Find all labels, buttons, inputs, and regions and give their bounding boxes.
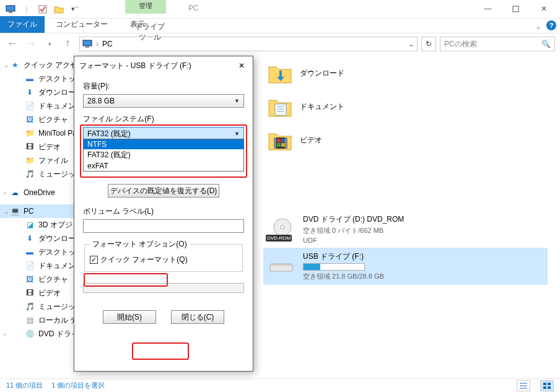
- status-bar: 11 個の項目 1 個の項目を選択: [0, 378, 560, 392]
- status-selection: 1 個の項目を選択: [51, 381, 105, 390]
- refresh-button[interactable]: ↻: [421, 37, 436, 51]
- svg-rect-0: [6, 6, 15, 11]
- svg-rect-27: [548, 386, 551, 389]
- capacity-label: 容量(P):: [83, 81, 244, 92]
- file-tab[interactable]: ファイル: [0, 16, 45, 33]
- folder-qat-icon[interactable]: [52, 2, 66, 16]
- usb-drive-icon: [267, 255, 295, 277]
- svg-rect-1: [9, 12, 12, 13]
- dialog-close-button[interactable]: ✕: [233, 59, 250, 72]
- svg-rect-4: [83, 40, 92, 46]
- ribbon-expand-icon[interactable]: ⌄: [535, 22, 541, 31]
- folder-label: ドキュメント: [300, 102, 344, 112]
- up-button[interactable]: 🡑: [61, 37, 76, 51]
- back-button[interactable]: 🡐: [5, 37, 20, 51]
- volume-label: ボリューム ラベル(L): [83, 206, 244, 217]
- svg-rect-6: [275, 104, 286, 115]
- dialog-title: フォーマット - USB ドライブ (F:): [79, 61, 191, 71]
- svg-point-18: [281, 225, 284, 229]
- drive-name: DVD ドライブ (D:) DVD_ROM: [303, 214, 404, 225]
- progress-bar: [83, 283, 244, 293]
- svg-rect-5: [85, 46, 89, 48]
- drive-free: 空き領域 0 バイト/662 MB: [303, 226, 404, 235]
- quick-format-checkbox[interactable]: ✓ クイック フォーマット(Q): [90, 255, 237, 265]
- folder-documents[interactable]: ドキュメント: [268, 95, 344, 118]
- pc-icon: [82, 40, 92, 48]
- qat-dropdown-icon[interactable]: ▾—: [68, 2, 82, 16]
- svg-rect-26: [543, 386, 546, 389]
- checkbox-icon: ✓: [90, 256, 98, 264]
- status-item-count: 11 個の項目: [6, 381, 43, 390]
- details-view-button[interactable]: [517, 380, 530, 391]
- drive-section: DVD-ROM DVD ドライブ (D:) DVD_ROM 空き領域 0 バイト…: [263, 211, 548, 285]
- checkbox-icon[interactable]: [36, 2, 50, 16]
- maximize-button[interactable]: [502, 0, 530, 17]
- svg-rect-16: [281, 143, 285, 147]
- filesystem-option-ntfs[interactable]: NTFS: [84, 139, 243, 149]
- filesystem-option-fat32[interactable]: FAT32 (既定): [84, 149, 243, 161]
- address-bar[interactable]: › PC ⌄: [79, 37, 418, 51]
- format-dialog: フォーマット - USB ドライブ (F:) ✕ 容量(P): 28.8 GB▼…: [74, 56, 253, 372]
- downloads-icon: [268, 62, 292, 84]
- svg-rect-24: [543, 383, 546, 385]
- filesystem-label: ファイル システム(F): [83, 114, 244, 124]
- tab-computer[interactable]: コンピューター: [45, 16, 119, 33]
- format-options-group: フォーマット オプション(O) ✓ クイック フォーマット(Q): [84, 239, 243, 272]
- drive-fs: UDF: [303, 237, 404, 244]
- drive-dvd[interactable]: DVD-ROM DVD ドライブ (D:) DVD_ROM 空き領域 0 バイト…: [263, 211, 548, 248]
- dialog-titlebar[interactable]: フォーマット - USB ドライブ (F:) ✕: [74, 56, 253, 75]
- minimize-button[interactable]: —: [474, 0, 502, 17]
- svg-rect-13: [277, 139, 281, 142]
- drive-usage-bar: [303, 263, 365, 271]
- search-input[interactable]: PCの検索 🔍: [440, 37, 555, 51]
- window-title: PC: [188, 4, 199, 12]
- star-icon: ★: [10, 60, 20, 70]
- chevron-down-icon: ▼: [234, 131, 240, 137]
- videos-icon: [268, 129, 292, 151]
- svg-rect-25: [548, 383, 551, 385]
- svg-rect-15: [277, 143, 281, 147]
- volume-label-input[interactable]: [83, 219, 244, 233]
- format-options-label: フォーマット オプション(O): [90, 239, 190, 250]
- folder-downloads[interactable]: ダウンロード: [268, 62, 344, 84]
- svg-rect-12: [285, 137, 287, 149]
- capacity-select[interactable]: 28.8 GB▼: [83, 94, 244, 108]
- folder-videos[interactable]: ビデオ: [268, 129, 344, 151]
- chevron-down-icon: ▼: [234, 98, 240, 104]
- pc-icon: [4, 2, 17, 16]
- help-icon[interactable]: ?: [546, 20, 556, 30]
- window-controls: — ✕: [474, 0, 558, 17]
- folder-section: ダウンロード ドキュメント ビデオ: [268, 62, 344, 151]
- forward-button[interactable]: 🡒: [24, 37, 38, 51]
- svg-rect-3: [513, 6, 518, 12]
- restore-defaults-button[interactable]: デバイスの既定値を復元する(D): [108, 184, 219, 198]
- start-button[interactable]: 開始(S): [103, 310, 156, 324]
- documents-icon: [268, 95, 292, 118]
- dvd-badge: DVD-ROM: [266, 235, 292, 242]
- quick-access-toolbar: | ▾—: [0, 2, 82, 16]
- drive-free: 空き領域 21.8 GB/28.8 GB: [303, 272, 384, 281]
- dvd-icon: DVD-ROM: [267, 218, 295, 240]
- quick-format-label: クイック フォーマット(Q): [100, 255, 188, 265]
- icons-view-button[interactable]: [540, 380, 554, 391]
- folder-label: ビデオ: [300, 135, 322, 146]
- address-dropdown-icon[interactable]: ⌄: [408, 40, 414, 48]
- close-button[interactable]: ✕: [530, 0, 558, 17]
- filesystem-dropdown-list: NTFS FAT32 (既定) exFAT: [83, 139, 244, 172]
- ribbon: ファイル コンピューター 表示 ドライブ ツール ⌄ ?: [0, 19, 560, 33]
- recent-locations-icon[interactable]: ▾: [42, 37, 57, 51]
- svg-rect-11: [274, 137, 276, 149]
- filesystem-option-exfat[interactable]: exFAT: [84, 161, 243, 171]
- close-button[interactable]: 閉じる(C): [171, 310, 224, 324]
- drive-usb[interactable]: USB ドライブ (F:) 空き領域 21.8 GB/28.8 GB: [263, 248, 548, 285]
- breadcrumb[interactable]: PC: [102, 40, 113, 48]
- contextual-tab-manage[interactable]: 管理: [125, 0, 166, 14]
- svg-rect-20: [270, 264, 292, 266]
- folder-label: ダウンロード: [300, 68, 344, 79]
- svg-rect-14: [281, 139, 285, 142]
- search-placeholder: PCの検索: [444, 39, 477, 50]
- drive-name: USB ドライブ (F:): [303, 251, 384, 262]
- nav-row: 🡐 🡒 ▾ 🡑 › PC ⌄ ↻ PCの検索 🔍: [0, 33, 560, 54]
- search-icon: 🔍: [541, 40, 551, 48]
- qat-sep: |: [20, 2, 33, 16]
